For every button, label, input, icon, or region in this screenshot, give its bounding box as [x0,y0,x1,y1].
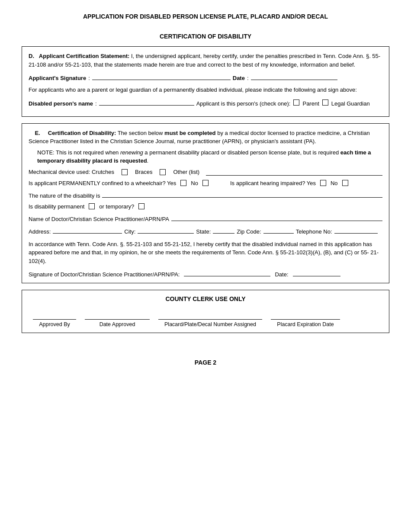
tel-label: Telephone No: [296,228,332,235]
approved-by-line[interactable] [33,311,76,320]
legal-guardian-checkbox[interactable] [322,99,328,106]
state-field[interactable] [213,227,234,234]
applicant-sig-label: Applicant's Signature [29,75,86,81]
section-e-header: E. Certification of Disability: The sect… [29,129,382,146]
page-title: APPLICATION FOR DISABLED PERSON LICENSE … [22,13,389,20]
other-field[interactable] [206,169,382,176]
hearing-no-label: No [331,180,338,186]
section-d-heading-label: Applicant Certification Statement: [39,53,129,59]
wheelchair-row: Is applicant PERMANENTLY confined to a w… [29,180,382,186]
doctor-sig-row: Signature of Doctor/Christian Science Pr… [29,269,382,278]
hearing-no-checkbox[interactable] [342,180,348,186]
legal-text: In accordance with Tenn. Code Ann. §. 55… [29,240,382,266]
disabled-person-row: Disabled person's name: Applicant is thi… [29,99,382,107]
city-label: City: [124,228,135,235]
doctor-date-field[interactable] [293,269,340,276]
state-label: State: [196,228,211,235]
section-d-box: D. Applicant Certification Statement: I,… [22,46,389,117]
tel-field[interactable] [334,227,378,234]
approved-by-label: Approved By [39,321,70,327]
section-e-must-complete: must be completed [164,130,215,136]
county-box: COUNTY CLERK USE ONLY Approved By Date A… [22,290,389,333]
page-footer: PAGE 2 [22,359,389,366]
braces-checkbox[interactable] [160,169,166,175]
doctor-sig-field[interactable] [184,269,270,276]
placard-number-line[interactable] [158,311,262,320]
doctor-name-field[interactable] [171,214,382,221]
legal-guardian-label: Legal Guardian [331,100,370,107]
placard-expiration-group: Placard Expiration Date [271,311,340,327]
nature-label: The nature of the disability is [29,192,100,199]
city-field[interactable] [138,227,194,234]
doctor-date-label: Date: [275,271,288,278]
section-e-heading-label: Certification of Disability: [48,130,116,136]
section-e-text1: The section below [118,130,164,136]
mechanical-label: Mechanical device used: Crutches [29,169,114,175]
date-approved-label: Date Approved [100,321,135,327]
parent-label: Parent [302,100,319,107]
check-one-label: Applicant is this person's (check one): [196,100,291,107]
or-temporary-label: or temporary? [99,203,134,210]
braces-label: Braces [135,169,152,175]
section-d-text: D. Applicant Certification Statement: I,… [29,52,382,69]
date-label: Date [233,75,245,81]
other-label: Other (list) [173,169,199,175]
parent-checkbox[interactable] [293,99,299,106]
crutches-checkbox[interactable] [122,169,128,175]
mechanical-device-row: Mechanical device used: Crutches Braces … [29,169,382,176]
doctor-name-label: Name of Doctor/Christian Science Practit… [29,216,169,222]
wheelchair-no-label: No [191,180,198,186]
hearing-yes-checkbox[interactable] [320,180,326,186]
section-e-box: E. Certification of Disability: The sect… [22,123,389,284]
date-field[interactable] [251,73,337,80]
approved-by-group: Approved By [33,311,76,327]
placard-number-group: Placard/Plate/Decal Number Assigned [158,311,262,327]
section-subtitle: CERTIFICATION OF DISABILITY [22,33,389,40]
doctor-sig-label: Signature of Doctor/Christian Science Pr… [29,271,180,278]
date-approved-line[interactable] [85,311,150,320]
nature-field[interactable] [102,191,382,198]
applicant-signature-row: Applicant's Signature: Date: [29,73,382,81]
zip-field[interactable] [263,227,294,234]
doctor-name-row: Name of Doctor/Christian Science Practit… [29,214,382,222]
permanent-checkbox[interactable] [89,203,95,209]
wheelchair-label: Is applicant PERMANENTLY confined to a w… [29,180,176,186]
disability-permanent-row: Is disability permanent or temporary? [29,203,382,210]
wheelchair-no-checkbox[interactable] [202,180,209,186]
wheelchair-yes-checkbox[interactable] [180,180,186,186]
disability-permanent-label: Is disability permanent [29,203,84,210]
hearing-label: Is applicant hearing impaired? Yes [230,180,316,186]
placard-expiration-label: Placard Expiration Date [277,321,334,327]
section-d-heading: D. [29,53,34,59]
guardian-text: For applicants who are a parent or legal… [29,86,382,94]
applicant-signature-field[interactable] [92,73,231,80]
address-field[interactable] [53,227,122,234]
temporary-checkbox[interactable] [138,203,144,209]
section-e-heading: E. [35,130,40,136]
section-e-note: NOTE: This is not required when renewing… [29,148,382,165]
date-approved-group: Date Approved [85,311,150,327]
zip-label: Zip Code: [237,228,261,235]
address-label: Address: [29,228,51,235]
disabled-person-label: Disabled person's name [29,100,93,107]
address-row: Address: City: State: Zip Code: Telephon… [29,227,382,235]
disabled-person-name-field[interactable] [99,99,194,106]
nature-row: The nature of the disability is [29,191,382,199]
placard-number-label: Placard/Plate/Decal Number Assigned [164,321,256,327]
county-fields: Approved By Date Approved Placard/Plate/… [29,311,382,327]
placard-expiration-line[interactable] [271,311,340,320]
county-title: COUNTY CLERK USE ONLY [29,295,382,302]
